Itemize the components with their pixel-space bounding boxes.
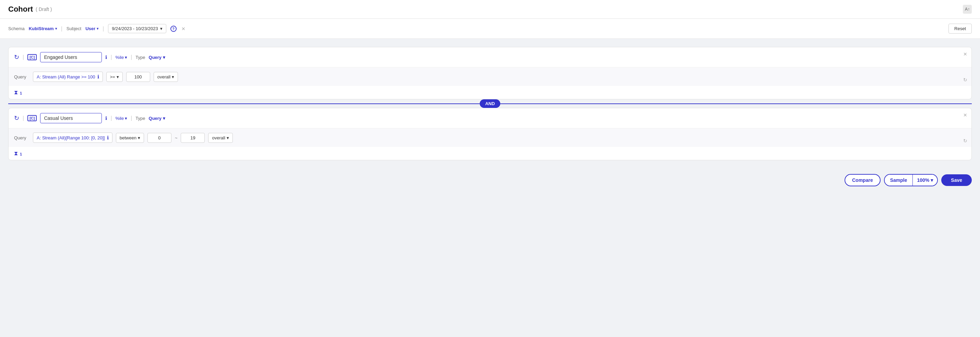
compare-button[interactable]: Compare [845,174,881,186]
row-refresh-icon-2[interactable]: ↻ [963,138,967,144]
cohort2-close-icon[interactable]: ✕ [963,112,967,118]
page-wrapper: Cohort ( Draft ) A↑ Schema KubiStream ▾ … [0,0,980,337]
op-chevron-icon-1: ▾ [116,74,119,79]
cohort1-percentile-dropdown[interactable]: %ile ▾ [116,55,127,60]
save-button[interactable]: Save [941,174,972,186]
separator-1: | [61,26,62,32]
sep-5: | [110,115,112,121]
sep-3: | [130,54,132,60]
cohort1-scope-dropdown[interactable]: overall ▾ [154,72,178,82]
cohort2-name-row: ↻ | [C] ℹ | %ile ▾ | Type Query ▾ ✕ [9,108,971,128]
refresh-icon-2[interactable]: ↻ [14,114,19,122]
cohort2-value1-input[interactable] [148,133,172,143]
row-refresh-icon-1[interactable]: ↻ [963,77,967,82]
footer-bar: Compare Sample 100% ▾ Save [0,169,980,192]
reset-button[interactable]: Reset [948,24,972,33]
c-badge-2[interactable]: [C] [27,115,37,121]
cohort2-info-icon[interactable]: ℹ [105,115,107,121]
date-range-button[interactable]: 9/24/2023 - 10/23/2023 ▾ [108,24,166,33]
cohort2-query-row: Query A: Stream (All)[Range 100: [0, 20]… [9,128,971,147]
cohort1-close-icon[interactable]: ✕ [963,51,967,57]
sample-percent-dropdown[interactable]: 100% ▾ [913,175,937,186]
sep-1: | [22,54,24,60]
c-badge-1[interactable]: [C] [27,54,37,60]
cohort2-query-field[interactable]: A: Stream (All)[Range 100: [0, 20]] ℹ [33,133,113,143]
cohort1-name-row: ↻ | [C] ℹ | %ile ▾ | Type Query ▾ ✕ [9,47,971,68]
cohort2-percentile-dropdown[interactable]: %ile ▾ [116,116,127,121]
and-line-left [8,103,480,104]
cohort2-operator-dropdown[interactable]: between ▾ [116,133,144,143]
cohort-block-2: ↻ | [C] ℹ | %ile ▾ | Type Query ▾ ✕ [8,108,972,160]
cohort-block-1: ↻ | [C] ℹ | %ile ▾ | Type Query ▾ ✕ [8,47,972,99]
header-bar: Cohort ( Draft ) A↑ [0,0,980,19]
title-text: Cohort [8,5,33,14]
refresh-icon-1[interactable]: ↻ [14,54,19,61]
subject-chevron-icon: ▾ [97,27,99,30]
sep-2: | [110,54,112,60]
page-title: Cohort ( Draft ) [8,5,52,14]
separator-2: | [102,26,104,32]
header-icon: A↑ [963,5,972,14]
date-chevron-icon: ▾ [160,26,162,31]
and-divider: AND [8,99,972,108]
sep-6: | [130,115,132,121]
query-field-info-icon-1[interactable]: ℹ [97,74,99,79]
cohort1-operator-dropdown[interactable]: >= ▾ [106,72,123,82]
pct-chevron-icon-1: ▾ [125,55,127,60]
filter-icon-1[interactable]: ⧗ [14,89,18,95]
cohort2-scope-dropdown[interactable]: overall ▾ [208,133,232,143]
date-close-icon[interactable]: ✕ [181,25,186,32]
cohort1-filter-row: ⧗ 1 [9,86,971,99]
tilde-separator: ~ [175,135,178,141]
and-line-right [500,103,972,104]
sep-4: | [22,115,24,121]
cohort2-name-input[interactable] [40,113,102,123]
cohort1-query-field[interactable]: A: Stream (All) Range >= 100 ℹ [33,71,103,82]
sample-group: Sample 100% ▾ [884,174,938,186]
cohort1-name-input[interactable] [40,52,102,62]
cohort2-type-label: Type [135,116,145,121]
help-icon[interactable]: ? [170,26,177,32]
cohort2-type-dropdown[interactable]: Query ▾ [149,116,165,121]
cohort1-type-dropdown[interactable]: Query ▾ [149,55,165,60]
filter-count-1: 1 [20,91,22,95]
sample-button[interactable]: Sample [885,175,913,186]
op-chevron-icon-2: ▾ [138,135,140,141]
main-content: ↻ | [C] ℹ | %ile ▾ | Type Query ▾ ✕ [0,39,980,169]
date-range-text: 9/24/2023 - 10/23/2023 [112,26,158,31]
scope-chevron-icon-2: ▾ [227,135,229,141]
cohort1-query-row: Query A: Stream (All) Range >= 100 ℹ >= … [9,68,971,86]
cohort1-type-label: Type [135,55,145,60]
and-badge[interactable]: AND [480,99,500,108]
cohort1-info-icon[interactable]: ℹ [105,54,107,60]
schema-dropdown[interactable]: KubiStream ▾ [29,26,57,31]
filter-icon-2[interactable]: ⧗ [14,150,18,157]
query-field-info-icon-2[interactable]: ℹ [107,135,109,141]
cohort2-query-label: Query [14,135,30,141]
pct-chevron-icon-2: ▾ [125,116,127,121]
cohort2-filter-row: ⧗ 1 [9,147,971,160]
schema-chevron-icon: ▾ [55,27,57,30]
pct-chevron-icon: ▾ [931,177,933,183]
filter-count-2: 1 [20,152,22,156]
cohort1-value-input[interactable] [126,72,150,82]
cohort1-query-label: Query [14,74,30,79]
type-chevron-icon-2: ▾ [163,116,165,121]
subject-dropdown[interactable]: User ▾ [85,26,99,31]
draft-label: ( Draft ) [36,6,52,12]
cohort2-value2-input[interactable] [181,133,205,143]
scope-chevron-icon-1: ▾ [172,74,174,79]
schema-label: Schema [8,26,25,31]
subject-label: Subject [67,26,81,31]
type-chevron-icon-1: ▾ [163,55,165,60]
toolbar: Schema KubiStream ▾ | Subject User ▾ | 9… [0,19,980,39]
